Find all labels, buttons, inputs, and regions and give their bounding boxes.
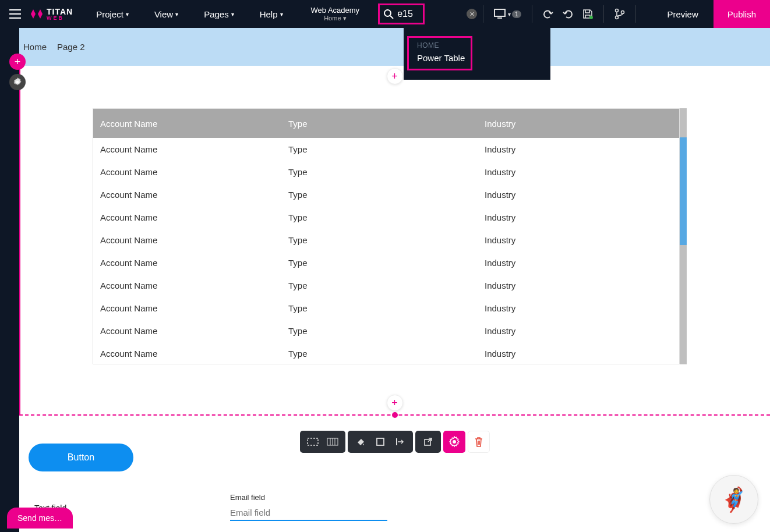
search-result-item[interactable]: HOME Power Table [407, 36, 472, 70]
email-field-group: Email field [230, 493, 387, 521]
toolbar-align-button[interactable] [391, 434, 409, 449]
element-search-input[interactable] [397, 9, 417, 19]
table-scrollbar[interactable] [680, 108, 687, 364]
add-element-button[interactable]: + [9, 54, 26, 70]
page-settings-button[interactable] [9, 74, 26, 90]
table-row[interactable]: Account NameTypeIndustry [93, 206, 679, 229]
toolbar-settings-button[interactable] [443, 431, 465, 453]
email-field-label: Email field [230, 493, 387, 502]
table-row[interactable]: Account NameTypeIndustry [93, 297, 679, 320]
strip-toolbar [300, 431, 490, 453]
device-preview-button[interactable]: ▾ 1 [489, 9, 526, 19]
canvas: + Account Name Type Industry Account Nam… [19, 66, 770, 532]
table-header-industry[interactable]: Industry [485, 119, 679, 129]
svg-point-6 [615, 16, 618, 19]
breadcrumb-home[interactable]: Home [23, 42, 47, 52]
email-field-input[interactable] [230, 505, 387, 521]
divider [483, 5, 483, 23]
version-control-button[interactable] [610, 8, 630, 20]
breadcrumb-page2[interactable]: Page 2 [57, 42, 85, 52]
scrollbar-thumb[interactable] [680, 137, 687, 245]
table-row[interactable]: Account NameTypeIndustry [93, 251, 679, 274]
svg-point-0 [384, 10, 391, 16]
toolbar-fill-button[interactable] [351, 434, 370, 449]
save-button[interactable] [578, 9, 598, 19]
project-name: Web Academy [311, 6, 360, 15]
menu-help[interactable]: Help▾ [247, 0, 296, 28]
section-resize-handle[interactable] [392, 412, 398, 418]
table-cell: Type [288, 303, 485, 313]
project-title-dropdown[interactable]: Web Academy Home▾ [296, 6, 375, 23]
publish-button[interactable]: Publish [714, 0, 770, 28]
table-row[interactable]: Account NameTypeIndustry [93, 274, 679, 297]
svg-point-4 [589, 16, 593, 19]
gear-icon [13, 77, 22, 87]
add-strip-bottom-button[interactable]: + [387, 395, 403, 411]
preview-label: Preview [667, 9, 698, 19]
square-icon [376, 437, 385, 446]
table-row[interactable]: Account NameTypeIndustry [93, 183, 679, 206]
undo-button[interactable] [538, 9, 558, 19]
hamburger-menu-button[interactable] [0, 9, 30, 19]
add-strip-top-button[interactable]: + [387, 68, 403, 84]
table-header-type[interactable]: Type [288, 119, 485, 129]
toolbar-delete-button[interactable] [468, 431, 490, 453]
plus-icon: + [15, 56, 21, 68]
chat-widget-button[interactable]: Send mes… [7, 508, 73, 529]
sample-button-label: Button [68, 452, 94, 463]
svg-rect-2 [495, 9, 505, 16]
search-icon [383, 9, 394, 19]
table-cell: Type [288, 258, 485, 268]
toolbar-columns-button[interactable] [323, 434, 342, 449]
chat-widget-label: Send mes… [17, 513, 62, 523]
help-mascot-button[interactable]: 🦸 [709, 475, 758, 524]
table-cell: Account Name [93, 212, 288, 222]
table-cell: Industry [485, 235, 679, 245]
table-row[interactable]: Account NameTypeIndustry [93, 161, 679, 183]
power-table[interactable]: Account Name Type Industry Account NameT… [93, 108, 687, 364]
table-row[interactable]: Account NameTypeIndustry [93, 229, 679, 251]
dashed-rect-icon [307, 438, 319, 446]
chevron-down-icon: ▾ [280, 11, 283, 17]
table-cell: Type [288, 281, 485, 290]
paint-bucket-icon [356, 437, 365, 446]
divider [532, 5, 532, 23]
sample-button[interactable]: Button [29, 444, 133, 471]
search-result-name: Power Table [417, 53, 462, 63]
menu-help-label: Help [260, 9, 278, 19]
table-row[interactable]: Account NameTypeIndustry [93, 138, 679, 161]
main-menu: Project▾ View▾ Pages▾ Help▾ [83, 0, 295, 28]
clear-search-button[interactable]: ✕ [467, 9, 477, 19]
save-icon [582, 9, 593, 19]
table-cell: Account Name [93, 190, 288, 200]
menu-pages[interactable]: Pages▾ [191, 0, 247, 28]
logo-text: TITAN [47, 8, 73, 16]
table-cell: Account Name [93, 144, 288, 154]
table-cell: Industry [485, 326, 679, 336]
table-cell: Account Name [93, 167, 288, 177]
menu-view[interactable]: View▾ [142, 0, 191, 28]
table-cell: Industry [485, 212, 679, 222]
table-row[interactable]: Account NameTypeIndustry [93, 342, 679, 365]
chevron-down-icon: ▾ [175, 11, 178, 17]
undo-icon [543, 9, 553, 19]
align-left-icon [395, 437, 405, 446]
section-selection-indicator [19, 66, 20, 415]
search-result-section: HOME [417, 41, 462, 49]
external-link-icon [423, 437, 433, 446]
table-cell: Account Name [93, 258, 288, 268]
table-cell: Type [288, 235, 485, 245]
toolbar-border-button[interactable] [371, 434, 390, 449]
toolbar-select-button[interactable] [303, 434, 322, 449]
element-search-box[interactable] [378, 3, 425, 24]
logo-mark-icon [30, 8, 43, 20]
logo[interactable]: TITAN WEB [30, 8, 83, 21]
table-header-account[interactable]: Account Name [93, 119, 288, 129]
table-row[interactable]: Account NameTypeIndustry [93, 320, 679, 342]
menu-project[interactable]: Project▾ [83, 0, 142, 28]
table-cell: Industry [485, 167, 679, 177]
toolbar-link-button[interactable] [419, 434, 437, 449]
table-cell: Industry [485, 349, 679, 359]
redo-button[interactable] [558, 9, 578, 19]
preview-button[interactable]: Preview [652, 0, 713, 28]
